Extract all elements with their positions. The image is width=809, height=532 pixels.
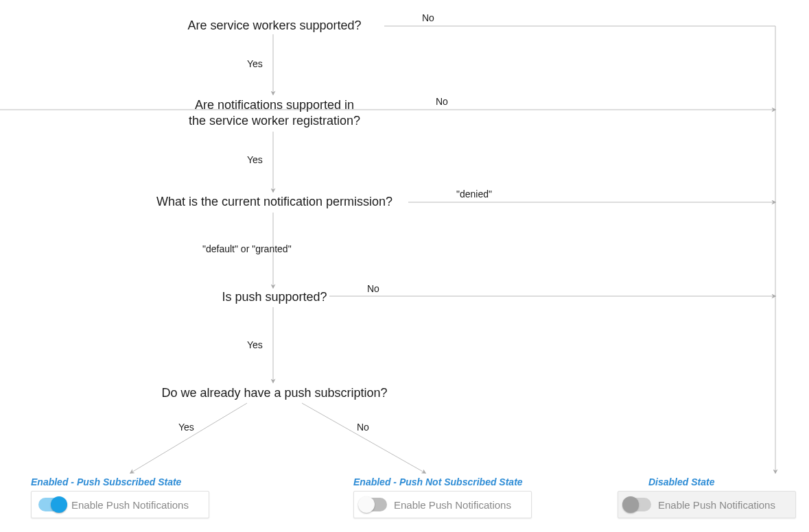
svg-line-5 <box>302 403 425 473</box>
state-disabled-title: Disabled State <box>648 476 714 487</box>
edge-q3-default: "default" or "granted" <box>202 243 292 254</box>
svg-line-4 <box>130 403 247 473</box>
decision-q5: Do we already have a push subscription? <box>151 385 398 401</box>
state-subscribed-title: Enabled - Push Subscribed State <box>31 476 181 487</box>
edge-q3-denied: "denied" <box>456 189 492 200</box>
state-notsub-label: Enable Push Notifications <box>394 499 511 511</box>
edge-q4-yes: Yes <box>247 339 263 350</box>
decision-q3: What is the current notification permiss… <box>137 194 412 210</box>
state-subscribed-label: Enable Push Notifications <box>71 499 189 511</box>
edge-q2-no: No <box>436 96 448 107</box>
edge-q4-no: No <box>367 283 379 294</box>
state-disabled-label: Enable Push Notifications <box>658 499 775 511</box>
state-notsub-card: Enable Push Notifications <box>353 491 532 518</box>
toggle-on-icon[interactable] <box>38 498 65 511</box>
state-notsub-title: Enabled - Push Not Subscribed State <box>353 476 523 487</box>
edge-q2-yes: Yes <box>247 154 263 165</box>
edge-q5-no: No <box>357 422 369 433</box>
decision-q4: Is push supported? <box>206 289 343 305</box>
decision-q2: Are notifications supported in the servi… <box>158 97 391 130</box>
state-disabled-card: Enable Push Notifications <box>618 491 796 518</box>
edge-q1-no: No <box>422 12 434 23</box>
decision-q1: Are service workers supported? <box>165 18 384 34</box>
toggle-off-icon[interactable] <box>361 498 387 511</box>
edge-q5-yes: Yes <box>178 422 194 433</box>
edge-q1-yes: Yes <box>247 58 263 69</box>
state-subscribed-card: Enable Push Notifications <box>31 491 209 518</box>
toggle-disabled-icon <box>625 498 651 511</box>
